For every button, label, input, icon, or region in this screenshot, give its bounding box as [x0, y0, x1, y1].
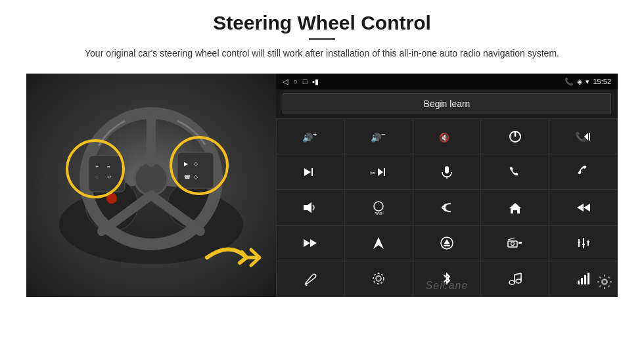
title-divider: [309, 38, 335, 40]
status-bar: ◁ ○ □ ▪▮ 📞 ◈ ▾ 15:52: [276, 74, 618, 89]
recent-nav-icon[interactable]: □: [303, 78, 308, 85]
phone-icon: 📞: [564, 78, 574, 86]
back-nav-icon[interactable]: ◁: [283, 78, 288, 86]
back-button[interactable]: [413, 190, 481, 225]
svg-marker-42: [310, 239, 317, 247]
svg-text:+: +: [313, 130, 317, 138]
fwd-button[interactable]: [277, 226, 344, 261]
svg-text:✂: ✂: [370, 169, 375, 177]
controls-grid: 🔊+ 🔊− 🔇: [276, 118, 618, 297]
next-track-button[interactable]: [277, 154, 344, 189]
begin-learn-button[interactable]: Begin learn: [283, 93, 611, 114]
car-background: + − ≈ ↩ ▶ ◇ ☎ ◇: [26, 74, 276, 297]
svg-point-59: [373, 273, 384, 284]
music-button[interactable]: +: [481, 261, 549, 296]
bluetooth-button[interactable]: [413, 261, 481, 296]
rew-button[interactable]: [549, 190, 617, 225]
svg-marker-43: [373, 237, 384, 249]
360-button[interactable]: 360°: [345, 190, 413, 225]
page-subtitle: Your original car's steering wheel contr…: [85, 47, 559, 60]
svg-text:🔊: 🔊: [371, 132, 382, 143]
svg-line-76: [599, 277, 601, 278]
page-container: Steering Wheel Control Your original car…: [0, 0, 644, 360]
svg-line-64: [515, 273, 521, 275]
android-controls-wrapper: 🔊+ 🔊− 🔇: [276, 118, 618, 297]
svg-rect-68: [584, 275, 586, 284]
phone-prev-button[interactable]: 📞: [549, 119, 617, 154]
svg-text:360°: 360°: [375, 212, 384, 215]
home-button[interactable]: [481, 190, 549, 225]
svg-marker-36: [304, 202, 311, 213]
svg-point-71: [603, 280, 607, 284]
mute-button[interactable]: 🔇: [413, 119, 481, 154]
svg-text:+: +: [519, 277, 522, 281]
svg-rect-66: [578, 281, 580, 284]
svg-line-77: [609, 277, 610, 278]
vol-down-button[interactable]: 🔊−: [345, 119, 413, 154]
svg-rect-67: [581, 278, 583, 284]
status-bar-left: ◁ ○ □ ▪▮: [283, 78, 319, 86]
svg-rect-50: [518, 242, 522, 244]
svg-text:🔇: 🔇: [439, 132, 450, 143]
vol-up-button[interactable]: 🔊+: [277, 119, 344, 154]
begin-learn-bar: Begin learn: [276, 89, 618, 118]
svg-marker-41: [304, 239, 310, 247]
svg-rect-69: [587, 273, 589, 284]
ff-button[interactable]: ✂: [345, 154, 413, 189]
svg-rect-34: [445, 166, 449, 173]
svg-point-5: [135, 162, 168, 195]
content-row: + − ≈ ↩ ▶ ◇ ☎ ◇: [26, 74, 618, 297]
svg-point-48: [511, 242, 514, 246]
svg-marker-29: [304, 168, 311, 176]
svg-marker-40: [584, 204, 590, 212]
page-title: Steering Wheel Control: [85, 12, 559, 34]
svg-marker-39: [577, 204, 584, 212]
nav-button[interactable]: [345, 226, 413, 261]
title-section: Steering Wheel Control Your original car…: [85, 12, 559, 68]
pen-button[interactable]: [277, 261, 344, 296]
svg-text:🔊: 🔊: [302, 132, 313, 143]
svg-marker-45: [444, 239, 450, 244]
wifi-icon: ▾: [586, 78, 589, 86]
status-bar-right: 📞 ◈ ▾ 15:52: [564, 78, 611, 86]
android-panel: ◁ ○ □ ▪▮ 📞 ◈ ▾ 15:52 Begin learn: [276, 74, 618, 297]
status-time: 15:52: [593, 78, 611, 85]
svg-marker-32: [378, 168, 383, 176]
horn-button[interactable]: [277, 190, 344, 225]
call-button[interactable]: [481, 154, 549, 189]
svg-text:−: −: [381, 130, 385, 138]
svg-line-79: [609, 286, 610, 287]
svg-point-37: [374, 202, 383, 211]
highlight-right-circle: [170, 136, 229, 195]
eq-button[interactable]: [549, 226, 617, 261]
power-button[interactable]: [481, 119, 549, 154]
settings-button[interactable]: [345, 261, 413, 296]
highlight-left-circle: [66, 139, 125, 198]
yellow-arrow-icon: [204, 238, 263, 277]
svg-line-78: [599, 286, 601, 287]
svg-point-58: [376, 276, 381, 281]
home-nav-icon[interactable]: ○: [293, 78, 298, 85]
car-image-panel: + − ≈ ↩ ▶ ◇ ☎ ◇: [26, 74, 276, 297]
battery-status-icon: ▪▮: [312, 78, 319, 86]
eject-button[interactable]: [413, 226, 481, 261]
mic-button[interactable]: [413, 154, 481, 189]
radio-button[interactable]: [481, 226, 549, 261]
svg-point-60: [509, 281, 515, 284]
gear-settings-icon[interactable]: [597, 274, 612, 293]
svg-line-49: [508, 238, 515, 240]
location-icon: ◈: [577, 78, 582, 86]
hang-up-button[interactable]: [549, 154, 617, 189]
